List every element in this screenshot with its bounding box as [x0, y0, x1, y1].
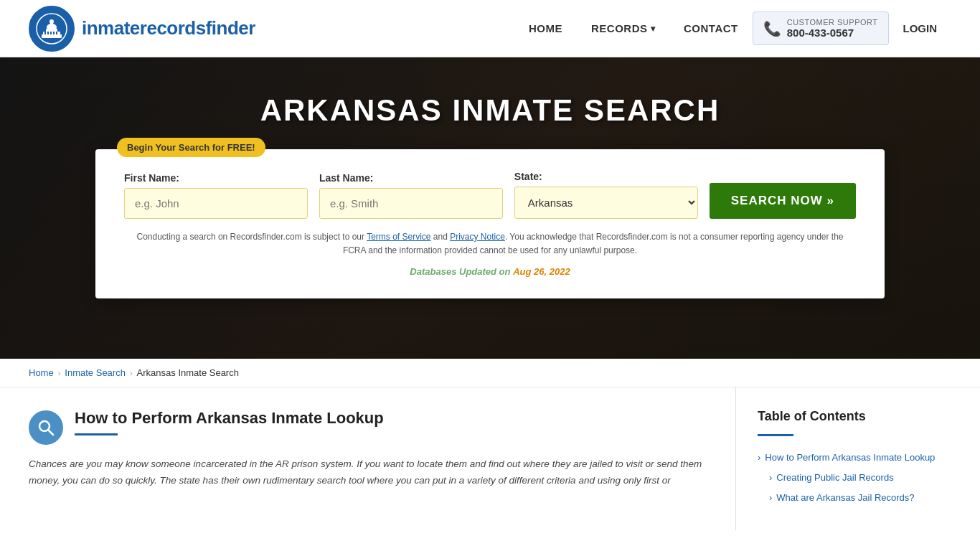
state-field: State: Arkansas: [514, 171, 698, 219]
site-header: inmaterecordsfinder HOME RECORDS ▾ CONTA…: [0, 0, 980, 57]
breadcrumb-sep-1: ›: [58, 369, 61, 377]
section-title: How to Perform Arkansas Inmate Lookup: [75, 409, 384, 428]
nav-records[interactable]: RECORDS ▾: [577, 15, 669, 42]
tos-link[interactable]: Terms of Service: [367, 232, 430, 242]
svg-point-6: [50, 19, 54, 24]
svg-line-13: [49, 430, 54, 435]
db-updated-label: Databases Updated on: [410, 266, 510, 277]
toc-arrow-1: ›: [758, 452, 760, 463]
toc-arrow-3: ›: [769, 492, 772, 503]
nav-records-label: RECORDS: [591, 22, 648, 34]
login-button[interactable]: LOGIN: [889, 15, 952, 42]
toc-title: Table of Contents: [758, 409, 951, 424]
state-select[interactable]: Arkansas: [514, 187, 698, 219]
search-row: First Name: Last Name: State: Arkansas S…: [124, 171, 856, 219]
toc-item-3[interactable]: › What are Arkansas Jail Records?: [758, 488, 951, 508]
db-updated-date: Aug 26, 2022: [513, 266, 570, 277]
search-card: Begin Your Search for FREE! First Name: …: [95, 149, 885, 298]
svg-rect-11: [56, 32, 57, 34]
breadcrumb-inmate-search[interactable]: Inmate Search: [65, 367, 126, 378]
toc-link-1[interactable]: How to Perform Arkansas Inmate Lookup: [765, 451, 935, 464]
main-nav: HOME RECORDS ▾ CONTACT 📞 CUSTOMER SUPPOR…: [514, 11, 951, 45]
toc-arrow-2: ›: [769, 472, 772, 483]
svg-rect-9: [50, 32, 52, 34]
logo-text: inmaterecordsfinder: [82, 17, 255, 39]
section-header: How to Perform Arkansas Inmate Lookup: [29, 409, 714, 445]
db-updated: Databases Updated on Aug 26, 2022: [124, 266, 856, 277]
search-circle-icon: [29, 410, 63, 445]
last-name-field: Last Name:: [319, 172, 503, 219]
last-name-label: Last Name:: [319, 172, 503, 184]
toc-item-1[interactable]: › How to Perform Arkansas Inmate Lookup: [758, 448, 951, 468]
breadcrumb-home[interactable]: Home: [29, 367, 54, 378]
toc-link-2[interactable]: Creating Public Jail Records: [776, 471, 893, 484]
svg-rect-7: [44, 32, 46, 34]
hero-section: ARKANSAS INMATE SEARCH Begin Your Search…: [0, 57, 980, 359]
toc-link-3[interactable]: What are Arkansas Jail Records?: [776, 491, 914, 504]
support-label: CUSTOMER SUPPORT: [787, 18, 878, 27]
nav-home[interactable]: HOME: [514, 15, 577, 42]
logo-area[interactable]: inmaterecordsfinder: [29, 6, 255, 52]
first-name-label: First Name:: [124, 172, 308, 184]
sidebar-toc: Table of Contents › How to Perform Arkan…: [736, 387, 951, 530]
first-name-field: First Name:: [124, 172, 308, 219]
breadcrumb-sep-2: ›: [130, 369, 133, 377]
search-button[interactable]: SEARCH NOW »: [710, 183, 856, 219]
logo-text-regular: inmaterecords: [82, 17, 206, 39]
main-body-text: Chances are you may know someone incarce…: [29, 456, 714, 489]
phone-icon: 📞: [763, 20, 781, 37]
svg-rect-10: [53, 32, 55, 34]
disclaimer-text: Conducting a search on Recordsfinder.com…: [124, 230, 856, 258]
support-info: CUSTOMER SUPPORT 800-433-0567: [787, 18, 878, 39]
customer-support[interactable]: 📞 CUSTOMER SUPPORT 800-433-0567: [753, 11, 889, 45]
breadcrumb: Home › Inmate Search › Arkansas Inmate S…: [0, 359, 980, 387]
first-name-input[interactable]: [124, 188, 308, 219]
toc-divider: [758, 434, 793, 436]
logo-text-bold: finder: [206, 17, 255, 39]
hero-title: ARKANSAS INMATE SEARCH: [260, 93, 720, 128]
support-phone: 800-433-0567: [787, 27, 878, 39]
content-area: How to Perform Arkansas Inmate Lookup Ch…: [0, 387, 980, 530]
nav-contact[interactable]: CONTACT: [669, 15, 753, 42]
breadcrumb-current: Arkansas Inmate Search: [137, 367, 239, 378]
toc-item-2[interactable]: › Creating Public Jail Records: [758, 468, 951, 488]
section-title-area: How to Perform Arkansas Inmate Lookup: [75, 409, 384, 435]
svg-rect-8: [47, 32, 49, 34]
chevron-down-icon: ▾: [651, 24, 656, 34]
privacy-link[interactable]: Privacy Notice: [450, 232, 505, 242]
last-name-input[interactable]: [319, 188, 503, 219]
free-badge: Begin Your Search for FREE!: [117, 138, 265, 157]
state-label: State:: [514, 171, 698, 182]
logo-icon: [29, 6, 75, 52]
main-content: How to Perform Arkansas Inmate Lookup Ch…: [29, 387, 736, 530]
title-underline: [75, 433, 118, 435]
